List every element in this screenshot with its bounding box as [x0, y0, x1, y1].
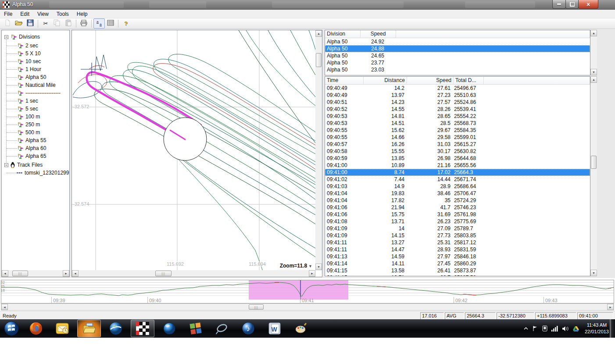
- track-point-row[interactable]: 09:41:1113.2725.3125817.12: [325, 239, 590, 246]
- scroll-down-arrow[interactable]: ▼: [315, 264, 322, 270]
- track-point-row[interactable]: 09:41:0813.7126.2325775.69: [325, 218, 590, 225]
- scroll-thumb[interactable]: |||: [12, 271, 28, 276]
- menu-view[interactable]: View: [33, 10, 53, 18]
- column-header-speed[interactable]: Speed: [361, 30, 396, 38]
- scroll-up-arrow[interactable]: ▲: [590, 76, 597, 83]
- track-point-row[interactable]: 09:40:5514.6629.5825599.01: [325, 134, 590, 141]
- tree-item-1-sec[interactable]: 1 sec: [17, 97, 38, 105]
- tree-item-alpha-60[interactable]: Alpha 60: [17, 144, 46, 152]
- taskbar-app-explorer[interactable]: [77, 320, 101, 337]
- grid-button[interactable]: [105, 18, 116, 29]
- menu-tools[interactable]: Tools: [53, 10, 73, 18]
- tree-item-100-m[interactable]: 100 m: [17, 113, 40, 121]
- division-table-scrollbar[interactable]: ▲ ▼: [590, 30, 597, 75]
- speed-timeline-panel[interactable]: 322518 09:3909:4009:4109:4209:43: [1, 280, 614, 303]
- track-point-row[interactable]: 09:41:1513.7126.725887.58: [325, 274, 590, 276]
- track-point-row-selected[interactable]: 09:41:008.7417.0225664.3: [325, 169, 590, 176]
- tree-item-alpha-65[interactable]: Alpha 65: [17, 152, 46, 160]
- track-point-row[interactable]: 09:40:4913.9727.2325510.63: [325, 92, 590, 99]
- track-point-row[interactable]: 09:40:5913.8526.9825644.68: [325, 155, 590, 162]
- tray-tray-expand-icon[interactable]: [524, 327, 528, 330]
- division-row[interactable]: Alpha 5023.03: [325, 66, 590, 73]
- division-row[interactable]: Alpha 5024.92: [325, 38, 590, 45]
- taskbar-app-avg[interactable]: [184, 320, 207, 337]
- menu-help[interactable]: Help: [73, 10, 92, 18]
- zoom-level-control[interactable]: Zoom=11.8▼: [280, 263, 312, 269]
- taskbar-app-swirl[interactable]: [211, 320, 233, 337]
- track-point-row[interactable]: 09:40:4914.227.6125496.67: [325, 85, 590, 92]
- tree-item-track-file-tomski[interactable]: tomski_123201299: [17, 169, 69, 177]
- open-button[interactable]: [13, 18, 25, 29]
- scroll-left-arrow[interactable]: ◄: [2, 270, 8, 277]
- tray-signal-icon[interactable]: [551, 326, 558, 332]
- taskbar-app-google-earth[interactable]: [104, 320, 127, 337]
- tree-item-10-sec[interactable]: 10 sec: [17, 57, 41, 65]
- track-point-row[interactable]: 09:40:5716.2631.0325615.27: [325, 141, 590, 148]
- taskbar-app-firefox[interactable]: [25, 320, 47, 337]
- scroll-thumb[interactable]: [316, 53, 322, 67]
- tree-item-2-sec[interactable]: 2 sec: [17, 42, 38, 50]
- restore-button[interactable]: [565, 0, 579, 9]
- track-point-row[interactable]: 09:41:091427.0925789.7: [325, 225, 590, 232]
- scroll-up-arrow[interactable]: ▲: [590, 30, 597, 36]
- track-point-row[interactable]: 09:40:5314.5128.525568.73: [325, 120, 590, 127]
- division-row-selected[interactable]: Alpha 5024.88: [325, 45, 590, 52]
- tree-item-500-m[interactable]: 500 m: [17, 128, 40, 136]
- overlay-button[interactable]: aa: [93, 18, 105, 29]
- scroll-right-arrow[interactable]: ►: [309, 270, 315, 277]
- tree-item-divisions-root[interactable]: Divisions: [4, 33, 40, 41]
- scroll-thumb[interactable]: |||: [249, 304, 264, 310]
- track-point-row[interactable]: 09:40:5314.8128.6525554.22: [325, 113, 590, 120]
- close-button[interactable]: ×: [578, 0, 598, 9]
- scroll-thumb[interactable]: |||: [155, 271, 172, 276]
- track-point-row[interactable]: 09:40:5515.6229.6725584.35: [325, 127, 590, 134]
- track-point-row[interactable]: 09:41:0417.823525724.29: [325, 197, 590, 204]
- column-header-speed[interactable]: Speed: [407, 77, 454, 84]
- tray-flag-icon[interactable]: [532, 325, 538, 332]
- tree-item-track-files[interactable]: Track Files: [4, 161, 43, 169]
- column-header-total-d[interactable]: Total D...: [454, 77, 484, 84]
- cut-button[interactable]: ✂: [40, 18, 51, 29]
- taskbar-app-itunes[interactable]: ♪: [237, 320, 260, 337]
- track-point-row[interactable]: 09:41:027.4414.4425671.74: [325, 176, 590, 183]
- track-point-row[interactable]: 09:41:0621.9441.725746.23: [325, 204, 590, 211]
- tree-horizontal-scrollbar[interactable]: ◄ ► |||: [2, 270, 69, 277]
- track-point-row[interactable]: 09:40:5114.2327.5725524.86: [325, 99, 590, 106]
- track-point-row[interactable]: 09:41:1513.5826.4125873.87: [325, 267, 590, 274]
- scroll-thumb[interactable]: [591, 156, 597, 169]
- track-point-row[interactable]: 09:41:0914.1527.7325803.85: [325, 232, 590, 239]
- taskbar-clock[interactable]: 11:43 AM22/01/2013: [585, 322, 609, 335]
- track-point-row[interactable]: 09:41:1114.4728.9325831.59: [325, 246, 590, 253]
- scroll-down-arrow[interactable]: ▼: [590, 270, 597, 276]
- menu-edit[interactable]: Edit: [16, 10, 33, 18]
- scroll-up-arrow[interactable]: ▲: [315, 30, 322, 37]
- track-point-row[interactable]: 09:41:1314.5927.9725846.18: [325, 253, 590, 260]
- tray-device-icon[interactable]: [542, 325, 547, 332]
- map-panel[interactable]: -32.572-32.574115.692115.694 Zoom=11.8▼ …: [72, 30, 322, 277]
- column-header-time[interactable]: Time: [325, 77, 364, 84]
- show-desktop-button[interactable]: [610, 319, 615, 338]
- start-button[interactable]: [2, 320, 21, 337]
- scroll-down-arrow[interactable]: ▼: [590, 69, 597, 75]
- track-point-row[interactable]: 09:40:5214.5528.2625539.41: [325, 106, 590, 113]
- map-canvas[interactable]: [72, 30, 315, 271]
- menu-file[interactable]: File: [0, 10, 16, 18]
- tree-item-dashes[interactable]: --------------------: [17, 89, 61, 97]
- taskbar-app-alpha50[interactable]: [131, 320, 154, 337]
- track-point-row[interactable]: 09:41:0615.7531.6925761.98: [325, 211, 590, 218]
- help-button[interactable]: ?: [120, 18, 132, 29]
- track-point-row[interactable]: 09:41:0010.8921.1625655.56: [325, 162, 590, 169]
- expand-collapse-box[interactable]: [4, 163, 8, 167]
- column-header-division[interactable]: Division: [325, 30, 361, 38]
- tree-item-5-x-10[interactable]: 5 X 10: [17, 50, 41, 57]
- tray-drive-icon[interactable]: [573, 326, 579, 332]
- map-horizontal-scrollbar[interactable]: ◄ ► |||: [72, 270, 315, 277]
- track-points-scrollbar[interactable]: ▲ ▼: [590, 76, 597, 276]
- save-button[interactable]: [25, 18, 36, 29]
- taskbar-app-mail[interactable]: [51, 320, 74, 337]
- tree-item-nautical-mile[interactable]: Nautical Mile: [17, 81, 56, 89]
- map-vertical-scrollbar[interactable]: ▲ ▼: [315, 30, 322, 270]
- scroll-left-arrow[interactable]: ◄: [72, 270, 79, 277]
- taskbar-app-blue-orb[interactable]: [158, 320, 181, 337]
- tree-item-1-hour[interactable]: 1 Hour: [17, 65, 41, 73]
